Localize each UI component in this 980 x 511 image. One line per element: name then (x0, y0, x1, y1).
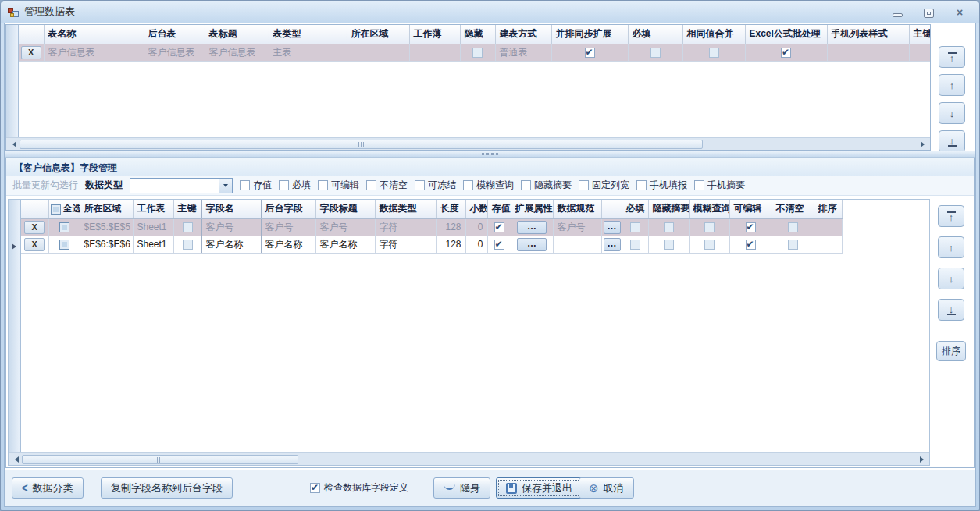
cell-data-spec[interactable] (553, 236, 601, 253)
delete-field-button[interactable]: X (24, 221, 45, 234)
move-last-button[interactable]: ↓ (939, 130, 965, 152)
scroll-right-button[interactable] (918, 138, 930, 151)
no-clear-checkbox[interactable] (788, 240, 798, 250)
move-last-button[interactable]: ↓ (938, 299, 964, 321)
toolbar-option-freezable[interactable]: 可冻结 (415, 179, 456, 192)
cell-mobile-style[interactable] (827, 44, 909, 61)
move-first-button[interactable]: ↑ (938, 205, 964, 227)
data-type-select[interactable] (130, 178, 233, 193)
cell-field-name[interactable]: 客户名称 (201, 236, 261, 253)
cell-region[interactable] (347, 44, 409, 61)
move-first-button[interactable]: ↑ (939, 46, 965, 68)
scrollbar-thumb[interactable] (22, 455, 298, 464)
dropdown-arrow-icon[interactable] (219, 179, 232, 193)
hide-summary-checkbox[interactable] (664, 240, 674, 250)
hide-summary-checkbox[interactable] (664, 222, 674, 232)
toolbar-option-mobile-summary[interactable]: 手机摘要 (694, 179, 745, 192)
hidden-checkbox[interactable] (472, 48, 483, 58)
cell-field-title[interactable]: 客户名称 (315, 236, 375, 253)
sync-expand-checkbox[interactable] (585, 48, 595, 58)
col-mobile-style[interactable]: 手机列表样式 (827, 25, 909, 44)
cell-data-type[interactable]: 字符 (375, 218, 436, 236)
fuzzy-query-checkbox[interactable] (704, 222, 715, 232)
spec-picker-button[interactable]: … (604, 238, 621, 251)
ext-props-button[interactable]: … (517, 221, 547, 234)
col-merge-same[interactable]: 相同值合并 (682, 25, 745, 44)
toolbar-option-no-clear[interactable]: 不清空 (366, 179, 408, 192)
col-table-type[interactable]: 表类型 (269, 25, 347, 44)
check-db-fields-checkbox[interactable]: 检查数据库字段定义 (310, 481, 408, 495)
required-checkbox[interactable] (630, 222, 640, 232)
col-fuzzy-query[interactable]: 模糊查询 (689, 200, 729, 218)
col-backend-field[interactable]: 后台字段 (261, 200, 315, 218)
fields-h-scrollbar[interactable] (9, 452, 929, 465)
select-all-checkbox[interactable] (51, 204, 61, 215)
cell-create-mode[interactable]: 普通表 (495, 44, 551, 61)
cell-decimals[interactable]: 0 (465, 236, 487, 253)
delete-table-button[interactable]: X (21, 46, 41, 59)
col-sort[interactable]: 排序 (814, 200, 842, 218)
col-hidden[interactable]: 隐藏 (460, 25, 495, 44)
scroll-left-button[interactable] (6, 138, 19, 151)
fuzzy-query-checkbox[interactable] (704, 240, 715, 250)
col-primary-key[interactable]: 主键 (173, 200, 201, 218)
col-field-title[interactable]: 字段标题 (315, 200, 375, 218)
editable-checkbox[interactable] (746, 240, 756, 250)
cell-length[interactable]: 128 (436, 218, 465, 236)
scrollbar-thumb[interactable] (20, 140, 703, 149)
col-data-spec[interactable]: 数据规范 (553, 200, 601, 218)
copy-fields-button[interactable]: 复制字段名称到后台字段 (101, 477, 233, 499)
move-down-button[interactable]: ↓ (939, 102, 965, 124)
toolbar-option-fuzzy-query[interactable]: 模糊查询 (463, 179, 514, 192)
save-exit-button[interactable]: 保存并退出 (496, 477, 583, 499)
col-table-name[interactable]: 表名称 (44, 25, 144, 44)
cancel-button[interactable]: ⊗ 取消 (579, 477, 634, 499)
row-select-checkbox[interactable] (59, 240, 69, 250)
stealth-button[interactable]: 隐身 (433, 477, 490, 499)
store-value-checkbox[interactable] (494, 240, 504, 250)
toolbar-option-hide-summary[interactable]: 隐藏摘要 (521, 179, 572, 192)
cell-pk-duplicate[interactable] (909, 44, 930, 61)
title-bar[interactable]: 管理数据表 × (1, 1, 979, 23)
col-length[interactable]: 长度 (436, 200, 465, 218)
col-data-type[interactable]: 数据类型 (375, 200, 436, 218)
data-category-button[interactable]: < 数据分类 (12, 477, 84, 499)
required-checkbox[interactable] (630, 240, 640, 250)
toolbar-option-required[interactable]: 必填 (279, 179, 311, 192)
editable-checkbox[interactable] (746, 222, 756, 232)
maximize-button[interactable] (920, 5, 937, 19)
sort-button[interactable]: 排序 (936, 341, 966, 361)
merge-same-checkbox[interactable] (709, 48, 719, 58)
field-row[interactable]: X $E$5:$E$5 Sheet1 客户号 客户号 客户号 字符 128 0 (21, 218, 842, 236)
col-required[interactable]: 必填 (622, 200, 648, 218)
toolbar-option-store-value[interactable]: 存值 (240, 179, 272, 192)
toolbar-option-mobile-report[interactable]: 手机填报 (636, 179, 687, 192)
move-down-button[interactable]: ↓ (938, 268, 964, 289)
cell-workbook[interactable] (409, 44, 460, 61)
cell-region[interactable]: $E$6:$E$6 (80, 236, 133, 253)
col-region[interactable]: 所在区域 (347, 25, 409, 44)
cell-field-title[interactable]: 客户号 (315, 218, 375, 236)
move-up-button[interactable]: ↑ (938, 236, 964, 258)
col-create-mode[interactable]: 建表方式 (495, 25, 551, 44)
cell-table-name[interactable]: 客户信息表 (44, 44, 144, 61)
col-sync-expand[interactable]: 并排同步扩展 (551, 25, 628, 44)
cell-length[interactable]: 128 (436, 236, 465, 253)
col-backend-table[interactable]: 后台表 (144, 25, 205, 44)
cell-region[interactable]: $E$5:$E$5 (80, 218, 133, 236)
cell-backend-table[interactable]: 客户信息表 (144, 44, 205, 61)
toolbar-option-fixed-width[interactable]: 固定列宽 (579, 179, 629, 192)
col-field-name[interactable]: 字段名 (201, 200, 261, 218)
panel-splitter[interactable] (5, 151, 975, 158)
cell-backend-field[interactable]: 客户名称 (261, 236, 315, 253)
col-hide-summary[interactable]: 隐藏摘要 (648, 200, 689, 218)
row-select-checkbox[interactable] (59, 222, 69, 232)
move-up-button[interactable]: ↑ (939, 74, 965, 96)
col-sheet[interactable]: 工作表 (133, 200, 173, 218)
close-button[interactable]: × (951, 5, 968, 19)
col-workbook[interactable]: 工作薄 (409, 25, 460, 44)
no-clear-checkbox[interactable] (788, 222, 798, 232)
cell-data-spec[interactable]: 客户号 (553, 218, 601, 236)
col-ext-props[interactable]: 扩展属性 (511, 200, 553, 218)
minimize-button[interactable] (889, 5, 906, 19)
